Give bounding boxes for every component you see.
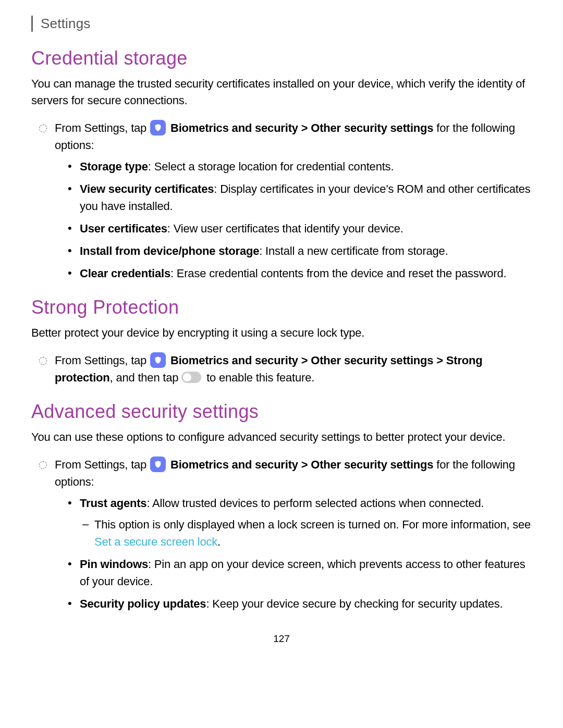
- section-intro-strong: Better protect your device by encrypting…: [31, 325, 532, 341]
- shield-icon: [150, 456, 166, 472]
- section-strong-protection: Strong Protection Better protect your de…: [31, 297, 532, 386]
- text: , and then tap: [110, 371, 182, 384]
- breadcrumb: Settings: [41, 16, 532, 32]
- section-advanced-security: Advanced security settings You can use t…: [31, 401, 532, 612]
- nav-other-security: Other security settings: [311, 121, 433, 134]
- nav-biometrics: Biometrics and security: [170, 121, 298, 134]
- text: From Settings, tap: [55, 354, 150, 367]
- item-text: : Select a storage location for credenti…: [148, 160, 394, 173]
- header-border: Settings: [31, 16, 532, 32]
- nav-other-security: Other security settings: [311, 458, 433, 471]
- instruction-strong: From Settings, tap Biometrics and securi…: [55, 352, 532, 386]
- gt: >: [298, 458, 311, 471]
- sub-item: This option is only displayed when a loc…: [94, 516, 532, 550]
- sub-suffix: .: [217, 535, 221, 548]
- instruction-advanced: From Settings, tap Biometrics and securi…: [55, 456, 532, 612]
- item-text: : Allow trusted devices to perform selec…: [146, 497, 484, 510]
- list-item: Pin windows: Pin an app on your device s…: [80, 556, 532, 590]
- section-credential-storage: Credential storage You can manage the tr…: [31, 47, 532, 282]
- text: From Settings, tap: [55, 121, 150, 134]
- list-item: Trust agents: Allow trusted devices to p…: [80, 495, 532, 550]
- item-label: Install from device/phone storage: [80, 244, 259, 257]
- option-list-advanced: Trust agents: Allow trusted devices to p…: [80, 495, 532, 612]
- section-title-credential: Credential storage: [31, 47, 532, 69]
- section-intro-advanced: You can use these options to configure a…: [31, 429, 532, 446]
- item-label: Security policy updates: [80, 597, 206, 610]
- section-title-strong: Strong Protection: [31, 297, 532, 318]
- item-label: View security certificates: [80, 182, 214, 195]
- item-label: Pin windows: [80, 558, 148, 571]
- gt: >: [298, 354, 311, 367]
- item-text: : Erase credential contents from the dev…: [170, 267, 507, 280]
- item-label: Clear credentials: [80, 267, 170, 280]
- sub-text: This option is only displayed when a loc…: [94, 518, 531, 531]
- option-list-credential: Storage type: Select a storage location …: [80, 158, 532, 282]
- item-label: Trust agents: [80, 497, 146, 510]
- sub-list: This option is only displayed when a loc…: [94, 516, 532, 550]
- gt: >: [433, 354, 446, 367]
- nav-other-security: Other security settings: [311, 354, 433, 367]
- list-item: Install from device/phone storage: Insta…: [80, 242, 532, 260]
- list-item: View security certificates: Display cert…: [80, 180, 532, 215]
- shield-icon: [150, 352, 166, 368]
- list-item: User certificates: View user certificate…: [80, 220, 532, 237]
- item-text: : Install a new certificate from storage…: [259, 244, 448, 257]
- toggle-icon: [181, 372, 201, 383]
- item-text: : View user certificates that identify y…: [167, 222, 403, 235]
- item-label: User certificates: [80, 222, 167, 235]
- link-secure-screen-lock[interactable]: Set a secure screen lock: [94, 535, 217, 548]
- item-text: : Keep your device secure by checking fo…: [206, 597, 503, 610]
- section-title-advanced: Advanced security settings: [31, 401, 532, 423]
- page-number: 127: [31, 633, 532, 645]
- text: to enable this feature.: [203, 371, 314, 384]
- instruction-credential: From Settings, tap Biometrics and securi…: [55, 119, 532, 282]
- gt: >: [298, 121, 311, 134]
- list-item: Clear credentials: Erase credential cont…: [80, 265, 532, 282]
- text: From Settings, tap: [55, 458, 150, 471]
- shield-icon: [150, 120, 166, 135]
- item-label: Storage type: [80, 160, 148, 173]
- nav-biometrics: Biometrics and security: [170, 354, 298, 367]
- section-intro-credential: You can manage the trusted security cert…: [31, 76, 532, 109]
- list-item: Storage type: Select a storage location …: [80, 158, 532, 175]
- list-item: Security policy updates: Keep your devic…: [80, 595, 532, 612]
- nav-biometrics: Biometrics and security: [170, 458, 298, 471]
